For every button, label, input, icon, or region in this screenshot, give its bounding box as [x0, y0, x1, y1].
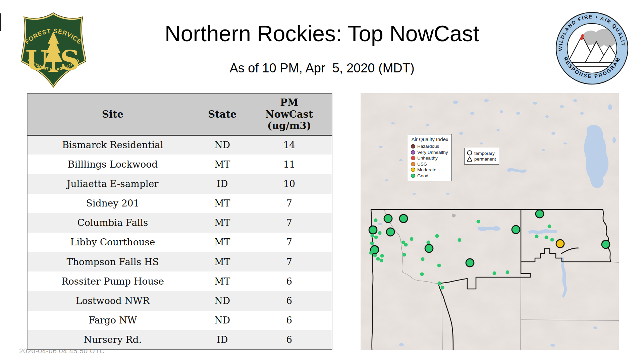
- cell-nowcast: 7: [247, 213, 332, 233]
- basemap-svg: [361, 93, 619, 350]
- aqi-legend-item: USG: [411, 161, 449, 167]
- cell-nowcast: 7: [247, 194, 332, 213]
- cell-nowcast: 11: [247, 155, 332, 174]
- monitor-marker-good-small: [374, 219, 378, 222]
- monitor-marker-good-small: [441, 286, 444, 290]
- monitor-marker-good-small: [380, 259, 383, 262]
- monitor-map: Air Quality Index HazardousVery Unhealth…: [361, 93, 619, 350]
- nowcast-table: Site State PM NowCast (ug/m3) Bismarck R…: [27, 93, 332, 350]
- monitor-marker-good-small: [370, 242, 374, 245]
- monitor-marker-good-small: [402, 253, 406, 257]
- cell-state: ND: [198, 291, 247, 310]
- monitor-marker-good-small: [437, 264, 441, 267]
- cell-site: Thompson Falls HS: [27, 252, 198, 272]
- cell-nowcast: 10: [247, 174, 332, 193]
- temporary-marker-icon: [468, 151, 472, 155]
- monitor-marker-good-large: [425, 244, 433, 252]
- aqi-legend: Air Quality Index HazardousVery Unhealth…: [408, 134, 452, 181]
- monitor-marker-nodata-small: [452, 214, 456, 218]
- cell-state: MT: [198, 213, 247, 233]
- cell-nowcast: 6: [247, 291, 332, 310]
- table-row: Fargo NWND6: [27, 311, 332, 330]
- monitor-marker-good-large: [386, 228, 394, 236]
- cell-site: Rossiter Pump House: [27, 272, 198, 291]
- monitor-marker-good-large: [512, 226, 520, 234]
- table-row: Billlings LockwoodMT11: [27, 155, 332, 174]
- slide: FOREST SERVICE U S DEPARTMENT OF AGRICUL…: [0, 0, 644, 362]
- cell-site: Sidney 201: [27, 194, 198, 213]
- column-header-state: State: [198, 94, 247, 135]
- monitor-marker-good-small: [420, 273, 424, 276]
- aqi-color-swatch: [411, 168, 415, 172]
- monitor-marker-good-small: [369, 251, 373, 255]
- aqi-legend-label: Moderate: [417, 167, 436, 172]
- monitor-marker-good-small: [378, 231, 382, 235]
- table-row: Juliaetta E-samplerID10: [27, 174, 332, 193]
- cell-site: Columbia Falls: [27, 213, 198, 233]
- monitor-marker-good-small: [545, 236, 548, 239]
- cell-nowcast: 7: [247, 252, 332, 272]
- table-row: Rossiter Pump HouseMT6: [27, 272, 332, 291]
- table-row: Lostwood NWRND6: [27, 291, 332, 310]
- aqi-color-swatch: [411, 150, 415, 155]
- cell-state: ID: [198, 174, 247, 193]
- cell-site: Lostwood NWR: [27, 291, 198, 310]
- monitor-marker-good-large: [602, 240, 610, 248]
- table-row: Thompson Falls HSMT7: [27, 252, 332, 272]
- cell-state: MT: [198, 252, 247, 272]
- aqi-color-swatch: [411, 156, 415, 160]
- monitor-marker-good-small: [438, 282, 441, 285]
- aqi-legend-item: Good: [411, 173, 449, 179]
- cell-state: ND: [198, 135, 247, 155]
- monitor-marker-good-large: [399, 215, 408, 223]
- aqi-legend-title: Air Quality Index: [411, 136, 449, 142]
- monitor-marker-moderate-large: [556, 240, 564, 248]
- monitor-marker-good-small: [376, 257, 380, 261]
- cell-state: MT: [198, 194, 247, 213]
- table-row: Columbia FallsMT7: [27, 213, 332, 233]
- monitor-marker-good-large: [536, 210, 544, 218]
- cell-nowcast: 7: [247, 233, 332, 252]
- column-header-pm-nowcast: PM NowCast (ug/m3): [247, 94, 332, 135]
- monitor-marker-good-small: [458, 238, 462, 242]
- monitor-marker-good-small: [410, 237, 414, 241]
- monitor-marker-good-small: [535, 235, 539, 238]
- monitor-marker-good-small: [380, 254, 384, 258]
- permanent-marker-icon: [467, 157, 472, 161]
- monitor-marker-good-small: [493, 272, 496, 275]
- cell-state: ND: [198, 311, 247, 330]
- aqi-color-swatch: [411, 174, 415, 178]
- aqi-legend-label: Unhealthy: [417, 156, 438, 161]
- monitor-marker-good-small: [506, 270, 509, 274]
- cell-site: Libby Courthouse: [27, 233, 198, 252]
- marker-type-legend: temporary permanent: [464, 148, 499, 165]
- cell-site: Nursery Rd.: [27, 330, 198, 350]
- cell-nowcast: 6: [247, 311, 332, 330]
- cell-state: MT: [198, 272, 247, 291]
- monitor-marker-good-small: [404, 243, 408, 247]
- table-row: Libby CourthouseMT7: [27, 233, 332, 252]
- aqi-legend-items: HazardousVery UnhealthyUnhealthyUSGModer…: [411, 143, 449, 179]
- aqi-color-swatch: [411, 162, 415, 166]
- monitor-marker-good-small: [435, 234, 439, 238]
- monitor-marker-good-large: [466, 259, 474, 267]
- aqi-legend-label: USG: [417, 162, 427, 167]
- aqi-legend-label: Hazardous: [417, 144, 439, 149]
- column-header-site: Site: [27, 94, 198, 135]
- aqi-legend-label: Good: [417, 173, 428, 178]
- aqi-color-swatch: [411, 144, 415, 148]
- monitor-marker-good-small: [477, 220, 480, 224]
- temporary-label: temporary: [474, 150, 496, 156]
- page-subtitle: As of 10 PM, Apr 5, 2020 (MDT): [0, 61, 644, 75]
- monitor-marker-good-large: [369, 226, 377, 234]
- table-header-row: Site State PM NowCast (ug/m3): [27, 94, 332, 135]
- cell-nowcast: 14: [247, 135, 332, 155]
- cell-site: Juliaetta E-sampler: [27, 174, 198, 193]
- monitor-marker-good-small: [550, 238, 554, 242]
- monitor-marker-good-small: [371, 234, 374, 238]
- cell-nowcast: 6: [247, 272, 332, 291]
- nowcast-table-container: Site State PM NowCast (ug/m3) Bismarck R…: [27, 93, 332, 350]
- cell-state: MT: [198, 155, 247, 174]
- table-row: Sidney 201MT7: [27, 194, 332, 213]
- monitor-marker-good-small: [373, 254, 377, 257]
